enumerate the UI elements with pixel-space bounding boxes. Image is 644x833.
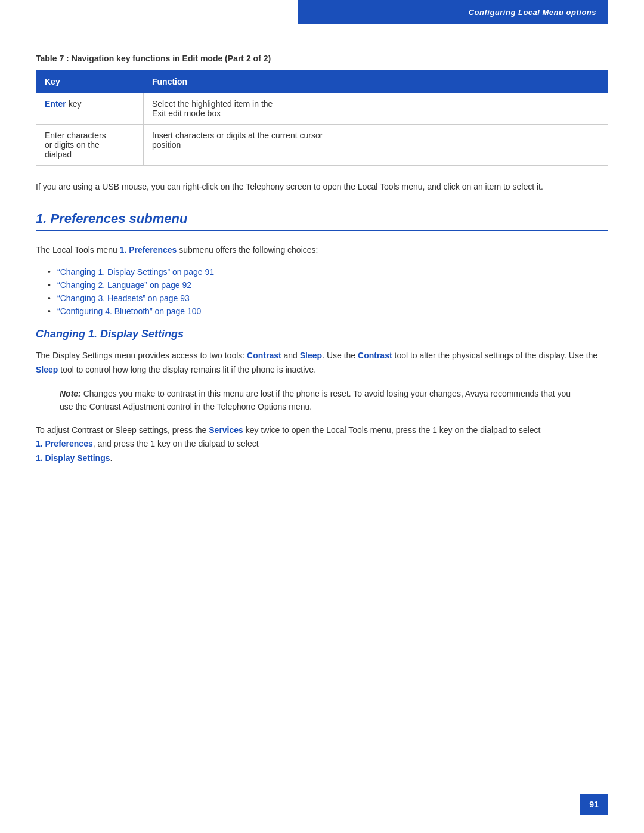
header-title: Configuring Local Menu options bbox=[469, 8, 596, 17]
table-cell-function-1: Select the highlighted item in theExit e… bbox=[144, 93, 608, 125]
note-body: Changes you make to contrast in this men… bbox=[60, 389, 571, 411]
note-text: Note: Changes you make to contrast in th… bbox=[60, 387, 584, 414]
col-key: Key bbox=[36, 71, 144, 93]
main-content: Table 7 : Navigation key functions in Ed… bbox=[0, 24, 644, 511]
bullet-link-2[interactable]: “Changing 2. Language” on page 92 bbox=[57, 280, 191, 290]
list-item: “Changing 2. Language” on page 92 bbox=[48, 280, 608, 290]
preferences-link: 1. Preferences bbox=[36, 439, 93, 448]
col-function: Function bbox=[144, 71, 608, 93]
bullet-link-4[interactable]: “Configuring 4. Bluetooth” on page 100 bbox=[57, 306, 201, 316]
list-item: “Changing 3. Headsets” on page 93 bbox=[48, 293, 608, 303]
list-item: “Configuring 4. Bluetooth” on page 100 bbox=[48, 306, 608, 316]
section1-body-rest: submenu offers the following choices: bbox=[177, 245, 318, 255]
list-item: “Changing 1. Display Settings” on page 9… bbox=[48, 267, 608, 277]
section2-body1: The Display Settings menu provides acces… bbox=[36, 349, 608, 377]
section2-body2-end: . bbox=[110, 453, 112, 463]
table-cell-key-2: Enter charactersor digits on thedialpad bbox=[36, 125, 144, 166]
bullet-link-1[interactable]: “Changing 1. Display Settings” on page 9… bbox=[57, 267, 214, 277]
table-cell-key-1: Enter key bbox=[36, 93, 144, 125]
section2-body2: To adjust Contrast or Sleep settings, pr… bbox=[36, 423, 608, 466]
section1-body-link: 1. Preferences bbox=[120, 245, 177, 255]
section2-body1-post: . Use the bbox=[322, 351, 358, 360]
section2-heading: Changing 1. Display Settings bbox=[36, 328, 608, 340]
section2-body1-post2: tool to alter the physical settings of t… bbox=[392, 351, 597, 360]
section2-body1-mid: and bbox=[281, 351, 300, 360]
header-bar: Configuring Local Menu options bbox=[298, 0, 608, 24]
section2-body2-mid: , and press the 1 key on the dialpad to … bbox=[93, 439, 259, 448]
section2-body1-post3: tool to control how long the display rem… bbox=[58, 365, 316, 374]
note-box: Note: Changes you make to contrast in th… bbox=[60, 387, 584, 414]
contrast-link-2: Contrast bbox=[358, 351, 392, 360]
intro-paragraph: If you are using a USB mouse, you can ri… bbox=[36, 180, 608, 193]
section1-body: The Local Tools menu 1. Preferences subm… bbox=[36, 243, 608, 258]
contrast-link-1: Contrast bbox=[247, 351, 281, 360]
table-row: Enter key Select the highlighted item in… bbox=[36, 93, 608, 125]
page-number: 91 bbox=[580, 794, 608, 815]
display-settings-link: 1. Display Settings bbox=[36, 453, 110, 463]
table-header-row: Key Function bbox=[36, 71, 608, 93]
bullet-link-3[interactable]: “Changing 3. Headsets” on page 93 bbox=[57, 293, 190, 303]
sleep-link-2: Sleep bbox=[36, 365, 58, 374]
services-link: Services bbox=[209, 425, 243, 435]
section1-body-pre: The Local Tools menu bbox=[36, 245, 120, 255]
page-container: Configuring Local Menu options Table 7 :… bbox=[0, 0, 644, 833]
bullet-list: “Changing 1. Display Settings” on page 9… bbox=[48, 267, 608, 316]
section2-body1-pre: The Display Settings menu provides acces… bbox=[36, 351, 247, 360]
note-label: Note: bbox=[60, 389, 81, 398]
table-row: Enter charactersor digits on thedialpad … bbox=[36, 125, 608, 166]
section1-heading: 1. Preferences submenu bbox=[36, 211, 608, 231]
section2-body2-post: key twice to open the Local Tools menu, … bbox=[243, 425, 541, 435]
sleep-link-1: Sleep bbox=[300, 351, 322, 360]
table-caption: Table 7 : Navigation key functions in Ed… bbox=[36, 54, 608, 63]
section2-body2-pre: To adjust Contrast or Sleep settings, pr… bbox=[36, 425, 209, 435]
enter-key-label: Enter bbox=[45, 99, 66, 109]
table-cell-function-2: Insert characters or digits at the curre… bbox=[144, 125, 608, 166]
navigation-table: Key Function Enter key Select the highli… bbox=[36, 70, 608, 166]
